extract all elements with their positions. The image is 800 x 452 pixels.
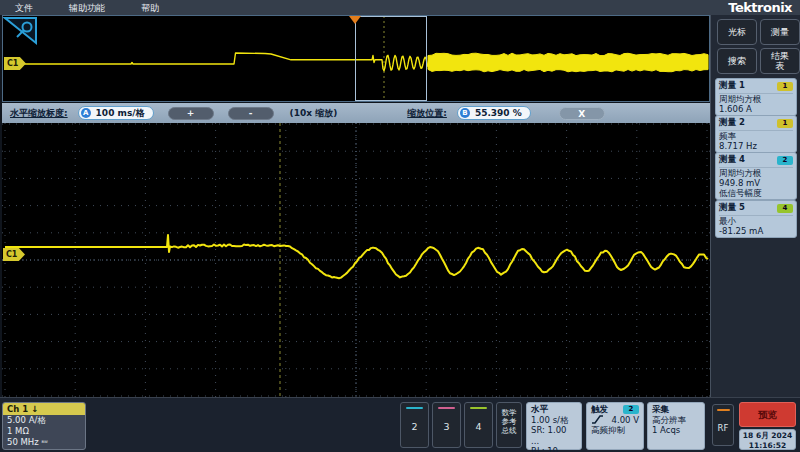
zoom-scale-value[interactable]: A 100 ms/格	[78, 106, 154, 120]
knob-a-icon: A	[81, 108, 91, 118]
channel1-bandwidth: 50 MHz ᴮᵂ	[3, 437, 85, 448]
measurement-type: 周期均方根	[719, 94, 793, 104]
measurement-type: 周期均方根	[719, 168, 793, 178]
cursor-button[interactable]: 光标	[717, 19, 757, 45]
channel4-button[interactable]: 4	[464, 402, 493, 448]
channel1-header: Ch 1 ↓	[3, 403, 85, 415]
menu-file[interactable]: 文件	[12, 1, 36, 16]
channel3-button[interactable]: 3	[432, 402, 461, 448]
arrow-down-icon: ↓	[31, 404, 38, 414]
math-ref-bus-button[interactable]: 数学 参考 总线	[496, 402, 522, 448]
measurement-badge-4[interactable]: 测量 4 2 周期均方根 949.8 mV 低信号幅度	[715, 152, 797, 200]
channel1-badge[interactable]: Ch 1 ↓ 5.00 A/格 1 MΩ 50 MHz ᴮᵂ	[2, 402, 86, 450]
date-label: 18 6月 2024	[740, 431, 795, 441]
trigger-position-marker-icon[interactable]	[349, 16, 361, 24]
sample-rate: SR: 1.00 ...	[531, 425, 577, 446]
zoom-factor-label: (10x 缩放)	[290, 107, 338, 120]
measurement-value: 949.8 mV	[719, 178, 793, 188]
source-badge: 1	[777, 119, 793, 128]
record-length: RL: 10 Mpts	[531, 446, 577, 452]
measure-button[interactable]: 测量	[760, 19, 800, 45]
measurement-value: 8.717 Hz	[719, 141, 793, 151]
zoom-window-box[interactable]	[355, 16, 427, 101]
measurement-value: -81.25 mA	[719, 226, 793, 236]
zoom-in-button[interactable]: +	[168, 107, 214, 120]
measurement-title: 测量 1	[719, 80, 745, 92]
channel4-color-bar	[470, 407, 487, 409]
main-waveform	[2, 123, 710, 397]
measurement-title: 测量 4	[719, 154, 745, 166]
acquisition-title: 采集	[652, 404, 700, 415]
zoom-out-button[interactable]: -	[228, 107, 274, 120]
tektronix-logo: Tektronix	[728, 0, 792, 15]
rf-button[interactable]: RF	[712, 404, 734, 446]
results-table-button[interactable]: 结果表	[760, 48, 800, 74]
measurement-title: 测量 5	[719, 202, 745, 214]
oscilloscope-screen: 文件 辅助功能 帮助 Tektronix C1 水平缩放标度: A 100 ms…	[0, 0, 800, 452]
acquisition-mode: 高分辨率	[652, 415, 700, 426]
trigger-badge[interactable]: 触发 2 4.00 V 高频抑制	[586, 402, 644, 450]
source-badge: 4	[777, 204, 793, 213]
zoom-position-label: 缩放位置:	[407, 107, 447, 120]
source-badge: 1	[777, 82, 793, 91]
zoom-position-text: 55.390 %	[475, 108, 522, 118]
source-badge: 2	[777, 156, 793, 165]
trigger-level: 4.00 V	[612, 415, 639, 426]
bandwidth-limit-icon: ᴮᵂ	[41, 439, 47, 446]
horizontal-badge[interactable]: 水平 1.00 s/格 SR: 1.00 ... RL: 10 Mpts	[526, 402, 582, 450]
channel2-color-bar	[406, 407, 423, 409]
menu-help[interactable]: 帮助	[138, 1, 162, 16]
preview-button[interactable]: 预览	[739, 402, 796, 427]
measurement-type: 频率	[719, 131, 793, 141]
measurement-title: 测量 2	[719, 117, 745, 129]
measurement-type: 最小	[719, 216, 793, 226]
rf-color-bar	[717, 409, 730, 411]
menu-bar: 文件 辅助功能 帮助 Tektronix	[0, 0, 800, 15]
menu-utility[interactable]: 辅助功能	[66, 1, 108, 16]
trigger-source-badge: 2	[623, 405, 639, 414]
acquisition-count: 1 Acqs	[652, 425, 700, 436]
measurement-badge-5[interactable]: 测量 5 4 最小 -81.25 mA	[715, 200, 797, 238]
waveform-overview-panel[interactable]: C1	[2, 15, 710, 102]
knob-b-icon: B	[460, 108, 470, 118]
search-button[interactable]: 搜索	[717, 48, 757, 74]
datetime-badge: 18 6月 2024 11:16:52	[739, 429, 796, 450]
channel1-impedance: 1 MΩ	[3, 426, 85, 437]
zoom-scale-label: 水平缩放标度:	[10, 107, 68, 120]
bottom-bar: Ch 1 ↓ 5.00 A/格 1 MΩ 50 MHz ᴮᵂ 2 3 4 数学 …	[0, 397, 800, 452]
horizontal-title: 水平	[531, 404, 577, 415]
main-waveform-view[interactable]: C1	[2, 123, 710, 397]
close-zoom-button[interactable]: X	[559, 107, 605, 120]
channel3-color-bar	[438, 407, 455, 409]
acquisition-badge[interactable]: 采集 高分辨率 1 Acqs	[647, 402, 705, 450]
zoom-overview-icon[interactable]	[3, 16, 39, 46]
zoom-position-value[interactable]: B 55.390 %	[457, 106, 531, 120]
horizontal-zoom-bar: 水平缩放标度: A 100 ms/格 + - (10x 缩放) 缩放位置: B …	[2, 103, 710, 123]
trigger-coupling: 高频抑制	[591, 425, 639, 436]
measurement-badge-2[interactable]: 测量 2 1 频率 8.717 Hz	[715, 115, 797, 153]
channel1-scale: 5.00 A/格	[3, 415, 85, 426]
trigger-title: 触发	[591, 404, 608, 415]
zoom-scale-text: 100 ms/格	[96, 107, 145, 120]
right-sidebar: 光标 测量 搜索 结果表 测量 1 1 周期均方根 1.606 A 测量 2 1…	[710, 15, 800, 397]
horizontal-scale: 1.00 s/格	[531, 415, 577, 426]
rising-edge-icon	[591, 415, 604, 424]
channel2-button[interactable]: 2	[400, 402, 429, 448]
measurement-value: 1.606 A	[719, 104, 793, 114]
time-label: 11:16:52	[740, 441, 795, 451]
measurement-badge-1[interactable]: 测量 1 1 周期均方根 1.606 A	[715, 78, 797, 116]
measurement-warning: 低信号幅度	[719, 188, 793, 198]
